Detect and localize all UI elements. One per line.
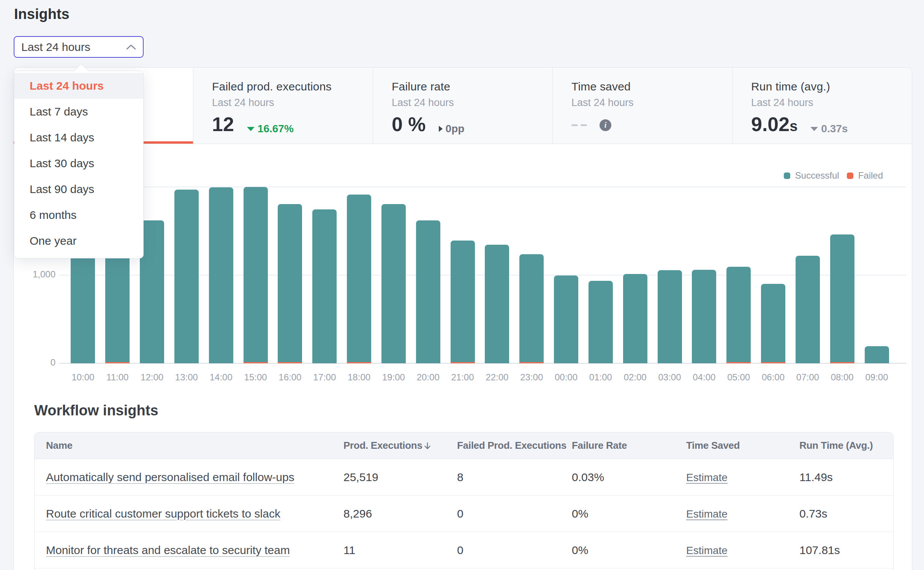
tab-caption: Last 24 hours	[392, 97, 552, 109]
bar-failed-15:00[interactable]	[244, 362, 268, 363]
bar-failed-16:00[interactable]	[278, 362, 302, 363]
bar-successful-02:00[interactable]	[623, 274, 647, 363]
summary-tabs: Failed prod. executionsLast 24 hours1216…	[14, 68, 912, 144]
menu-item-last-30-days[interactable]: Last 30 days	[14, 150, 143, 176]
column-header-4[interactable]: Time Saved	[686, 440, 799, 451]
cell-name[interactable]: Automatically send personalised email fo…	[35, 471, 343, 484]
bar-successful-03:00[interactable]	[658, 270, 682, 363]
cell-run-time-avg: 0.73s	[799, 507, 894, 520]
bar-successful-10:00[interactable]	[71, 253, 95, 363]
chart-legend: SuccessfulFailed	[784, 170, 883, 181]
estimate-link[interactable]: Estimate	[686, 508, 728, 520]
summary-tab-time-saved[interactable]: Time savedLast 24 hoursi	[553, 68, 733, 144]
bar-failed-06:00[interactable]	[761, 362, 785, 363]
time-range-dropdown-menu: Last 24 hoursLast 7 daysLast 14 daysLast…	[14, 71, 144, 258]
gridline-2000	[59, 187, 907, 187]
cell-time-saved[interactable]: Estimate	[686, 507, 799, 520]
bar-successful-01:00[interactable]	[589, 281, 613, 363]
info-icon[interactable]: i	[600, 119, 611, 131]
bar-successful-20:00[interactable]	[416, 220, 440, 363]
bar-successful-19:00[interactable]	[381, 204, 406, 363]
tab-caption: Last 24 hours	[571, 97, 732, 109]
menu-item-last-7-days[interactable]: Last 7 days	[14, 99, 143, 125]
menu-item-last-24-hours[interactable]: Last 24 hours	[14, 73, 143, 99]
bar-successful-11:00[interactable]	[105, 252, 130, 362]
estimate-link[interactable]: Estimate	[686, 472, 728, 483]
bar-successful-06:00[interactable]	[761, 284, 785, 362]
cell-failure-rate: 0%	[572, 544, 686, 557]
bar-failed-05:00[interactable]	[726, 362, 751, 363]
column-header-label: Run Time (Avg.)	[799, 440, 873, 451]
bar-successful-14:00[interactable]	[209, 187, 233, 363]
delta-indicator: 0.37s	[810, 123, 848, 135]
cell-prod-executions: 8,296	[343, 507, 457, 520]
tab-value: 0 %	[392, 114, 426, 134]
column-header-label: Failure Rate	[572, 440, 627, 451]
tab-title: Failure rate	[392, 80, 552, 93]
menu-item-6-months[interactable]: 6 months	[14, 202, 143, 228]
tab-value-row: i	[571, 114, 611, 134]
bar-successful-22:00[interactable]	[485, 245, 509, 363]
legend-failed-swatch[interactable]	[847, 173, 853, 179]
tab-value: 9.02s	[751, 114, 797, 134]
workflow-name-link[interactable]: Automatically send personalised email fo…	[46, 471, 294, 483]
cell-name[interactable]: Monitor for threats and escalate to secu…	[35, 544, 343, 557]
bar-failed-11:00[interactable]	[105, 362, 130, 363]
tab-title: Time saved	[571, 80, 732, 93]
cell-failed-prod-executions: 8	[457, 471, 572, 484]
workflow-insights-title: Workflow insights	[34, 402, 158, 419]
bar-successful-21:00[interactable]	[451, 241, 475, 362]
cell-time-saved[interactable]: Estimate	[686, 544, 799, 557]
column-header-label: Name	[46, 440, 73, 451]
cell-time-saved[interactable]: Estimate	[686, 471, 799, 484]
summary-tab-run-time-avg-[interactable]: Run time (avg.)Last 24 hours9.02s0.37s	[733, 68, 912, 144]
legend-successful-label[interactable]: Successful	[795, 170, 839, 181]
cell-failure-rate: 0.03%	[572, 471, 686, 484]
bar-successful-09:00[interactable]	[865, 346, 889, 363]
bar-successful-13:00[interactable]	[174, 190, 199, 363]
table-row: Automatically send personalised email fo…	[35, 459, 893, 496]
column-header-2[interactable]: Failed Prod. Executions	[457, 440, 572, 451]
bar-successful-16:00[interactable]	[278, 204, 302, 362]
bar-successful-18:00[interactable]	[347, 195, 371, 362]
column-header-5[interactable]: Run Time (Avg.)	[799, 440, 894, 451]
delta-indicator: 16.67%	[247, 123, 294, 135]
legend-successful-swatch[interactable]	[784, 173, 790, 179]
workflow-name-link[interactable]: Monitor for threats and escalate to secu…	[46, 544, 290, 556]
workflow-name-link[interactable]: Route critical customer support tickets …	[46, 507, 280, 520]
bar-successful-23:00[interactable]	[519, 254, 544, 362]
bar-successful-05:00[interactable]	[726, 267, 751, 362]
cell-name[interactable]: Route critical customer support tickets …	[35, 507, 343, 520]
summary-tab-failed-prod-executions[interactable]: Failed prod. executionsLast 24 hours1216…	[193, 68, 373, 144]
bar-successful-04:00[interactable]	[692, 270, 716, 363]
menu-item-last-14-days[interactable]: Last 14 days	[14, 125, 143, 150]
bar-failed-18:00[interactable]	[347, 362, 371, 363]
cell-failed-prod-executions: 0	[457, 544, 572, 557]
page-title: Insights	[14, 6, 70, 22]
menu-item-one-year[interactable]: One year	[14, 228, 143, 254]
bar-successful-17:00[interactable]	[312, 209, 337, 363]
column-header-3[interactable]: Failure Rate	[572, 440, 686, 451]
table-row: Route critical customer support tickets …	[35, 496, 893, 532]
menu-item-last-90-days[interactable]: Last 90 days	[14, 176, 143, 202]
summary-tab-failure-rate[interactable]: Failure rateLast 24 hours0 %0pp	[373, 68, 553, 144]
bar-failed-21:00[interactable]	[451, 362, 475, 363]
cell-failure-rate: 0%	[572, 507, 686, 520]
cell-run-time-avg: 107.81s	[799, 544, 894, 557]
bar-successful-08:00[interactable]	[830, 234, 854, 362]
bar-successful-00:00[interactable]	[554, 276, 578, 363]
y-axis-label: 0	[14, 357, 55, 368]
bar-successful-07:00[interactable]	[796, 256, 820, 363]
estimate-link[interactable]: Estimate	[686, 545, 728, 556]
bar-successful-15:00[interactable]	[244, 187, 268, 362]
x-axis-label: 09:00	[854, 372, 900, 383]
legend-failed-label[interactable]: Failed	[858, 170, 883, 181]
bar-failed-23:00[interactable]	[519, 362, 544, 363]
column-header-0[interactable]: Name	[35, 440, 343, 451]
time-range-select-value: Last 24 hours	[21, 41, 126, 54]
tab-value-row: 1216.67%	[212, 114, 294, 135]
time-range-select[interactable]: Last 24 hours	[14, 36, 144, 58]
column-header-1[interactable]: Prod. Executions	[343, 440, 457, 451]
table-row: Monitor for threats and escalate to secu…	[35, 532, 893, 568]
bar-failed-08:00[interactable]	[830, 362, 854, 363]
